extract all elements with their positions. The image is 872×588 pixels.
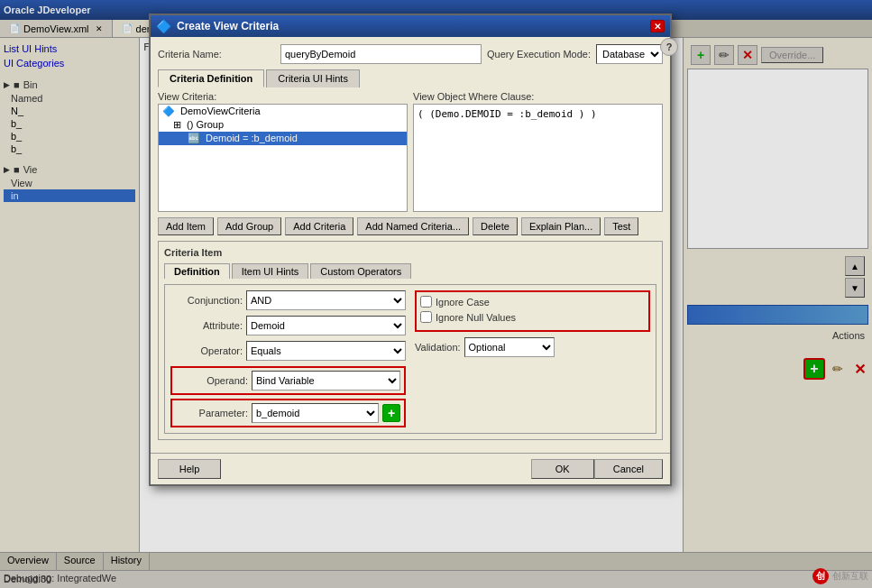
criteria-form: Conjunction: AND OR Attribute: Demoid bbox=[170, 290, 650, 427]
dialog-title-icon: 🔷 bbox=[156, 19, 171, 33]
tree-group-label: () Group bbox=[187, 119, 224, 130]
dialog-body: Criteria Name: Query Execution Mode: Dat… bbox=[151, 37, 670, 453]
tree-root[interactable]: 🔷 DemoViewCriteria bbox=[159, 105, 407, 118]
operator-row: Operator: Equals bbox=[170, 341, 406, 361]
add-group-btn[interactable]: Add Group bbox=[217, 217, 281, 235]
add-named-criteria-btn[interactable]: Add Named Criteria... bbox=[357, 217, 469, 235]
criteria-name-label: Criteria Name: bbox=[158, 49, 275, 60]
operator-label: Operator: bbox=[170, 345, 243, 356]
watermark-text: 创新互联 bbox=[832, 570, 868, 583]
tree-item-selected[interactable]: 🔤 Demoid = :b_demoid bbox=[159, 132, 407, 145]
left-panel-area: View Criteria: 🔷 DemoViewCriteria ⊞ () G… bbox=[158, 91, 408, 212]
tree-group[interactable]: ⊞ () Group bbox=[159, 118, 407, 132]
explain-plan-btn[interactable]: Explain Plan... bbox=[521, 217, 601, 235]
help-icon[interactable]: ? bbox=[660, 38, 678, 56]
main-tabs: Criteria Definition Criteria UI Hints bbox=[158, 69, 663, 87]
conjunction-label: Conjunction: bbox=[170, 295, 243, 306]
criteria-item-section: Criteria Item Definition Item UI Hints C… bbox=[158, 241, 663, 440]
ignore-case-label: Ignore Case bbox=[436, 297, 490, 308]
tab-criteria-definition[interactable]: Criteria Definition bbox=[158, 69, 264, 87]
dialog-titlebar: 🔷 Create View Criteria ✕ bbox=[151, 15, 670, 37]
ok-btn[interactable]: OK bbox=[531, 459, 594, 479]
sub-tabs: Definition Item UI Hints Custom Operator… bbox=[164, 263, 656, 279]
dialog-overlay: 🔷 Create View Criteria ✕ Criteria Name: … bbox=[0, 0, 872, 588]
view-object-clause-box: ( (Demo.DEMOID = :b_demoid ) ) bbox=[413, 104, 663, 212]
test-btn[interactable]: Test bbox=[604, 217, 638, 235]
sub-tab-custom-operators[interactable]: Custom Operators bbox=[310, 263, 411, 279]
tab-criteria-ui-hints[interactable]: Criteria UI Hints bbox=[266, 69, 360, 87]
ignore-case-checkbox[interactable] bbox=[420, 296, 432, 308]
criteria-item-title: Criteria Item bbox=[164, 247, 656, 258]
dialog-footer: Help OK Cancel bbox=[151, 453, 670, 484]
view-criteria-label: View Criteria: bbox=[158, 91, 408, 102]
sub-tab-content: Conjunction: AND OR Attribute: Demoid bbox=[164, 284, 656, 434]
tree-root-icon: 🔷 bbox=[162, 106, 175, 116]
sub-tab-item-ui-hints[interactable]: Item UI Hints bbox=[232, 263, 309, 279]
operator-select[interactable]: Equals bbox=[246, 341, 406, 361]
operand-row: Operand: Bind Variable bbox=[170, 366, 406, 395]
checkboxes-box: Ignore Case Ignore Null Values bbox=[415, 290, 650, 332]
parameter-row: Parameter: b_demoid + bbox=[170, 399, 406, 427]
criteria-right-col: Ignore Case Ignore Null Values Validatio… bbox=[415, 290, 650, 427]
help-btn[interactable]: Help bbox=[158, 459, 221, 479]
criteria-name-row: Criteria Name: Query Execution Mode: Dat… bbox=[158, 44, 663, 64]
two-panel-area: View Criteria: 🔷 DemoViewCriteria ⊞ () G… bbox=[158, 91, 663, 212]
ignore-null-label: Ignore Null Values bbox=[436, 312, 516, 323]
criteria-name-input[interactable] bbox=[280, 44, 482, 64]
ignore-case-row: Ignore Case bbox=[420, 296, 645, 308]
attribute-row: Attribute: Demoid bbox=[170, 316, 406, 335]
view-criteria-tree: 🔷 DemoViewCriteria ⊞ () Group 🔤 Demoid =… bbox=[158, 104, 408, 212]
watermark: 创 创新互联 bbox=[812, 568, 868, 584]
sub-tab-definition[interactable]: Definition bbox=[164, 263, 230, 279]
parameter-select[interactable]: b_demoid bbox=[252, 403, 379, 423]
ignore-null-row: Ignore Null Values bbox=[420, 311, 645, 323]
query-execution-label: Query Execution Mode: bbox=[487, 49, 591, 60]
query-execution-select[interactable]: Database Memory Both bbox=[596, 44, 663, 64]
parameter-add-btn[interactable]: + bbox=[382, 404, 400, 422]
tree-item-icon: 🔤 bbox=[188, 133, 200, 143]
validation-select[interactable]: Optional Required bbox=[464, 337, 555, 357]
validation-row: Validation: Optional Required bbox=[415, 337, 650, 357]
tree-root-label: DemoViewCriteria bbox=[180, 106, 260, 116]
operand-select[interactable]: Bind Variable bbox=[252, 371, 400, 390]
dialog-title-area: 🔷 Create View Criteria bbox=[156, 19, 279, 33]
action-buttons-row: Add Item Add Group Add Criteria Add Name… bbox=[158, 217, 663, 235]
dialog-close-btn[interactable]: ✕ bbox=[650, 20, 665, 32]
conjunction-select[interactable]: AND OR bbox=[246, 290, 406, 310]
cancel-btn[interactable]: Cancel bbox=[594, 459, 663, 479]
conjunction-row: Conjunction: AND OR bbox=[170, 290, 406, 310]
parameter-label: Parameter: bbox=[176, 408, 248, 418]
attribute-label: Attribute: bbox=[170, 320, 243, 331]
attribute-select[interactable]: Demoid bbox=[246, 316, 406, 335]
validation-label: Validation: bbox=[415, 342, 461, 353]
tree-group-icon: ⊞ bbox=[173, 119, 181, 130]
add-criteria-btn[interactable]: Add Criteria bbox=[285, 217, 353, 235]
watermark-icon: 创 bbox=[812, 568, 829, 584]
add-item-btn[interactable]: Add Item bbox=[158, 217, 214, 235]
create-view-criteria-dialog: 🔷 Create View Criteria ✕ Criteria Name: … bbox=[149, 14, 672, 486]
view-object-clause-label: View Object Where Clause: bbox=[413, 91, 663, 102]
delete-btn[interactable]: Delete bbox=[473, 217, 518, 235]
clause-text: ( (Demo.DEMOID = :b_demoid ) ) bbox=[414, 105, 662, 124]
tree-item-label: Demoid = :b_demoid bbox=[206, 133, 298, 143]
criteria-left-col: Conjunction: AND OR Attribute: Demoid bbox=[170, 290, 406, 427]
right-clause-area: View Object Where Clause: ( (Demo.DEMOID… bbox=[413, 91, 663, 212]
ignore-null-checkbox[interactable] bbox=[420, 311, 432, 323]
dialog-title-text: Create View Criteria bbox=[177, 20, 279, 32]
operand-label: Operand: bbox=[176, 375, 248, 386]
